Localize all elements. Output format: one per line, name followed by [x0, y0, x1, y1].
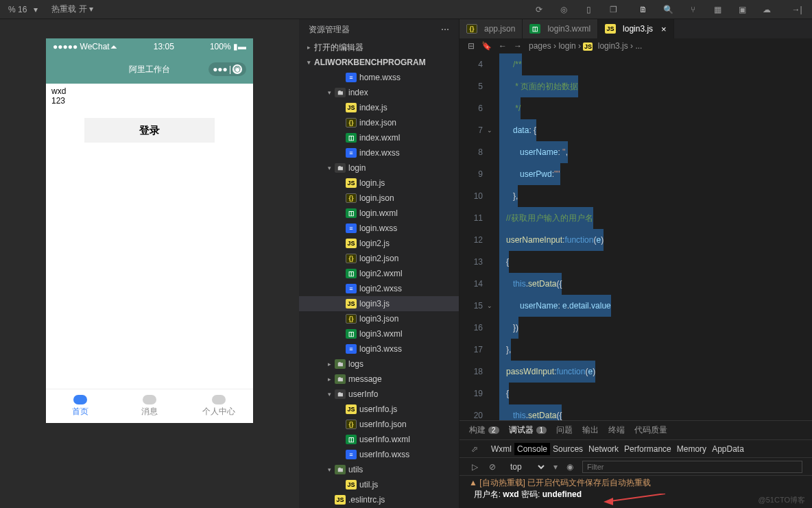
zoom-arrow-icon[interactable]: ▾ [34, 5, 38, 14]
file-login3.js[interactable]: JSlogin3.js [299, 296, 459, 311]
filter-input[interactable] [582, 461, 802, 473]
file-index.json[interactable]: {}index.json [299, 115, 459, 130]
tab-login3.js[interactable]: JSlogin3.js× [598, 19, 674, 38]
code-line[interactable]: /** [491, 53, 812, 75]
code-line[interactable]: userName: '', [491, 141, 812, 163]
file-login2.js[interactable]: JSlogin2.js [299, 236, 459, 251]
capsule-button[interactable]: ●●● | ◉ [208, 62, 246, 76]
box-icon[interactable]: ▣ [737, 4, 748, 15]
file-userInfo.wxss[interactable]: ≡userInfo.wxss [299, 447, 459, 462]
panel-tab-输出[interactable]: 输出 [582, 424, 599, 436]
section-open-editors[interactable]: ▸打开的编辑器 [299, 40, 459, 55]
file-util.js[interactable]: JSutil.js [299, 477, 459, 492]
branch-icon[interactable]: ⑂ [687, 4, 698, 15]
file-login.wxml[interactable]: ◫login.wxml [299, 206, 459, 221]
panel-tab-问题[interactable]: 问题 [556, 424, 573, 436]
file-userInfo[interactable]: ▾🖿userInfo [299, 387, 459, 402]
more-icon[interactable]: ⋯ [441, 25, 449, 34]
explorer-icon[interactable]: 🗎 [638, 4, 649, 15]
file-userInfo.json[interactable]: {}userInfo.json [299, 417, 459, 432]
file-.eslintrc.js[interactable]: JS.eslintrc.js [299, 492, 459, 507]
bookmark-icon[interactable]: 🔖 [481, 41, 492, 51]
target-icon[interactable]: ◎ [558, 4, 569, 15]
code-line[interactable]: }) [491, 317, 812, 339]
inspect-icon[interactable]: ⬀ [469, 444, 480, 455]
code-line[interactable]: }, [491, 185, 812, 207]
code-line[interactable]: passWdInput:function(e) [491, 361, 812, 383]
file-index[interactable]: ▾🖿index [299, 85, 459, 100]
file-login2.wxss[interactable]: ≡login2.wxss [299, 281, 459, 296]
tab-home[interactable]: 首页 [46, 389, 115, 423]
file-userInfo.wxml[interactable]: ◫userInfo.wxml [299, 432, 459, 447]
code-line[interactable]: userPwd:"" [491, 163, 812, 185]
section-project[interactable]: ▾ALIWORKBENCHPROGRAM [299, 55, 459, 70]
forward-icon[interactable]: → [514, 41, 522, 51]
file-login.json[interactable]: {}login.json [299, 191, 459, 206]
tab-message[interactable]: 消息 [115, 389, 184, 423]
file-home.wxss[interactable]: ≡home.wxss [299, 70, 459, 85]
collapse-icon[interactable]: ⊟ [468, 41, 475, 51]
more-icon[interactable]: ●●● [213, 64, 228, 74]
code-line[interactable]: userName: e.detail.value [491, 295, 812, 317]
target-circle-icon[interactable]: ◉ [232, 64, 242, 74]
devtool-tab-Console[interactable]: Console [514, 443, 550, 455]
code-line[interactable]: this.setData({ [491, 404, 812, 420]
panel-tab-构建[interactable]: 构建 2 [469, 424, 499, 436]
eye-icon[interactable]: ◉ [564, 461, 575, 472]
code-line[interactable]: //获取用户输入的用户名 [491, 207, 812, 229]
login-button[interactable]: 登录 [84, 118, 215, 143]
file-index.wxml[interactable]: ◫index.wxml [299, 130, 459, 145]
cloud-icon[interactable]: ☁ [761, 4, 772, 15]
code-line[interactable]: * 页面的初始数据 [491, 75, 812, 97]
file-login.wxss[interactable]: ≡login.wxss [299, 221, 459, 236]
file-login.js[interactable]: JSlogin.js [299, 176, 459, 191]
file-login[interactable]: ▾🖿login [299, 160, 459, 176]
context-select[interactable]: top [505, 460, 547, 474]
clear-icon[interactable]: ⊘ [487, 461, 498, 472]
file-utils[interactable]: ▾🖿utils [299, 462, 459, 477]
code-editor[interactable]: 4567⌄89101112131415⌄161718192021 /** * 页… [459, 53, 812, 420]
play-icon[interactable]: ▷ [469, 461, 480, 472]
devtool-tab-Memory[interactable]: Memory [674, 443, 709, 455]
device-icon[interactable]: ▯ [583, 4, 594, 15]
devtool-tab-Network[interactable]: Network [586, 443, 621, 455]
code-line[interactable]: userNameInput:function(e) [491, 229, 812, 251]
hot-reload-label[interactable]: 热重载 开 [51, 4, 86, 14]
file-userInfo.js[interactable]: JSuserInfo.js [299, 402, 459, 417]
code-line[interactable]: }, [491, 339, 812, 361]
file-login2.json[interactable]: {}login2.json [299, 251, 459, 266]
panel-tab-调试器[interactable]: 调试器 1 [509, 424, 547, 436]
panel-tab-终端[interactable]: 终端 [608, 424, 625, 436]
grid-icon[interactable]: ▦ [712, 4, 723, 15]
file-logs[interactable]: ▸🖿logs [299, 356, 459, 372]
tab-login3.wxml[interactable]: ◫login3.wxml [523, 19, 598, 38]
tab-app.json[interactable]: {}app.json [459, 19, 523, 38]
code-line[interactable]: { [491, 383, 812, 404]
code-line[interactable]: */ [491, 97, 812, 119]
file-login3.json[interactable]: {}login3.json [299, 311, 459, 326]
refresh-icon[interactable]: ⟳ [534, 4, 545, 15]
back-icon[interactable]: ← [499, 41, 507, 51]
devtool-tab-Wxml[interactable]: Wxml [488, 443, 514, 455]
file-index.wxss[interactable]: ≡index.wxss [299, 145, 459, 160]
tab-profile[interactable]: 个人中心 [184, 389, 253, 423]
code-line[interactable]: data: { [491, 119, 812, 141]
json-icon: {} [346, 420, 357, 429]
devtool-tab-Performance[interactable]: Performance [621, 443, 674, 455]
breadcrumb[interactable]: pages › login › JS login3.js › ... [529, 41, 642, 51]
devtool-tab-AppData[interactable]: AppData [709, 443, 747, 455]
panel-tab-代码质量[interactable]: 代码质量 [634, 424, 667, 436]
code-line[interactable]: this.setData({ [491, 273, 812, 295]
file-login3.wxml[interactable]: ◫login3.wxml [299, 326, 459, 341]
file-login2.wxml[interactable]: ◫login2.wxml [299, 266, 459, 281]
file-login3.wxss[interactable]: ≡login3.wxss [299, 341, 459, 356]
file-message[interactable]: ▸🖿message [299, 372, 459, 387]
file-index.js[interactable]: JSindex.js [299, 100, 459, 115]
code-line[interactable]: { [491, 251, 812, 273]
dropdown-icon[interactable]: ▾ [89, 4, 93, 14]
devtool-tab-Sources[interactable]: Sources [550, 443, 586, 455]
search-icon[interactable]: 🔍 [662, 4, 673, 15]
windows-icon[interactable]: ❐ [608, 4, 619, 15]
login-icon[interactable]: →| [791, 4, 802, 15]
close-icon[interactable]: × [661, 24, 667, 34]
